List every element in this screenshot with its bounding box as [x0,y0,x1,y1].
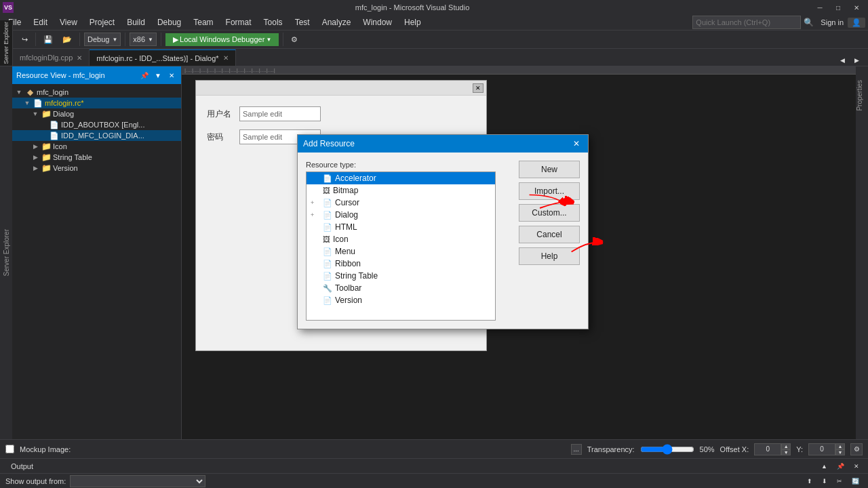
resource-item-icon[interactable]: 🖼 Icon [307,233,495,245]
panel-dropdown-button[interactable]: ▼ [153,70,163,81]
resource-item-version[interactable]: 📄 Version [307,294,495,306]
offset-y-up[interactable]: ▲ [835,443,845,449]
output-source-select[interactable] [70,475,205,487]
redo-button[interactable]: ↪ [18,33,31,46]
modal-title: Add Resource [303,139,570,148]
menu-view[interactable]: View [54,16,83,28]
mockup-checkbox[interactable] [5,445,14,453]
resource-item-html[interactable]: 📄 HTML [307,221,495,233]
file-icon-4: 📄 [49,131,60,140]
tree-item-dialog[interactable]: ▼ 📁 Dialog [12,108,181,119]
cancel-button[interactable]: Cancel [519,226,580,243]
tab-mfcloginrc[interactable]: mfclogin.rc - IDD_...States)] - Dialog* … [90,49,235,66]
project-icon: ◆ [24,87,35,97]
resource-item-accelerator[interactable]: 📄 Accelerator [307,172,495,184]
offset-y-input[interactable] [808,443,835,455]
restore-button[interactable]: □ [829,2,847,13]
open-button[interactable]: 📂 [59,33,75,46]
output-pin[interactable]: 📌 [833,461,848,472]
mockup-browse-button[interactable]: ... [571,444,582,455]
output-tab[interactable]: Output [5,461,39,472]
res-icon-3: 📄 [323,211,332,220]
output-tool-btn3[interactable]: ✂ [833,476,846,487]
panel-close-button[interactable]: ✕ [166,70,177,81]
output-tool-btn4[interactable]: 🔄 [848,476,863,487]
add-resource-dialog: Add Resource ✕ Resource type: 📄 Accelera… [297,134,589,329]
resource-item-dialog[interactable]: + 📄 Dialog [307,209,495,221]
menu-format[interactable]: Format [220,16,257,28]
menu-edit[interactable]: Edit [28,16,53,28]
debug-mode-arrow: ▼ [112,37,117,43]
tab-mfclogindlg[interactable]: mfcloginDlg.cpp ✕ [13,49,90,66]
modal-close-button[interactable]: ✕ [570,138,583,150]
folder-icon-string: 📁 [41,152,52,162]
tab-close-0[interactable]: ✕ [77,54,82,62]
start-debug-button[interactable]: ▶ Local Windows Debugger ▼ [165,33,279,46]
resource-item-bitmap[interactable]: 🖼 Bitmap [307,184,495,197]
server-explorer-tab: Server Explorer [0,20,13,66]
menu-window[interactable]: Window [357,16,397,28]
account-icon[interactable]: 👤 [848,18,865,28]
menu-help[interactable]: Help [399,16,427,28]
import-button[interactable]: Import... [519,182,580,200]
input-username[interactable] [239,106,321,121]
tree-item-string-table[interactable]: ▶ 📁 String Table [12,152,181,163]
resource-item-string-table[interactable]: 📄 String Table [307,270,495,282]
output-toolbar: Show output from: ⬆ ⬇ ✂ 🔄 [0,474,868,488]
tab-close-1[interactable]: ✕ [223,54,229,62]
resource-list[interactable]: 📄 Accelerator 🖼 Bitmap + 📄 Cursor [306,171,496,321]
resource-item-ribbon[interactable]: 📄 Ribbon [307,258,495,270]
help-button[interactable]: Help [519,247,580,265]
expand-icon-0: ▼ [15,89,23,96]
tree-item-mfcloginrc[interactable]: ▼ 📄 mfclogin.rc* [12,98,181,108]
output-close[interactable]: ✕ [850,461,863,472]
minimize-button[interactable]: ─ [811,2,829,13]
menu-test[interactable]: Test [290,16,315,28]
menu-tools[interactable]: Tools [258,16,288,28]
new-button[interactable]: New [519,161,580,178]
menu-analyze[interactable]: Analyze [317,16,357,28]
tab-label-0: mfcloginDlg.cpp [20,54,73,62]
resource-item-toolbar[interactable]: 🔧 Toolbar [307,282,495,294]
save-button[interactable]: 💾 [40,33,56,46]
tree-item-idd-aboutbox[interactable]: 📄 IDD_ABOUTBOX [Engl... [12,119,181,130]
platform-label: x86 [133,35,145,43]
properties-label: Properties [856,80,863,111]
output-move-up[interactable]: ▲ [818,461,831,472]
tree-item-idd-mfc-login[interactable]: 📄 IDD_MFC_LOGIN_DIA... [12,130,181,141]
offset-y-down[interactable]: ▼ [835,449,845,455]
menu-debug[interactable]: Debug [152,16,186,28]
tab-scroll-left[interactable]: ◀ [837,55,848,66]
offset-x-input[interactable] [754,443,781,455]
tab-scroll-right[interactable]: ▶ [851,55,863,66]
resource-item-cursor[interactable]: + 📄 Cursor [307,197,495,209]
resource-item-menu[interactable]: 📄 Menu [307,245,495,258]
tree-item-icon[interactable]: ▶ 📁 Icon [12,141,181,152]
offset-x-up[interactable]: ▲ [781,443,791,449]
menu-team[interactable]: Team [188,16,218,28]
offset-x-spin: ▲ ▼ [754,443,791,455]
debug-mode-dropdown[interactable]: Debug ▼ [84,33,121,46]
transparency-slider[interactable] [640,444,694,455]
menu-project[interactable]: Project [84,16,120,28]
res-expand-2: + [311,199,320,206]
resource-panel-header: Resource View - mfc_login 📌 ▼ ✕ [12,66,181,84]
folder-icon-icon: 📁 [41,142,52,151]
resource-type-label: Resource type: [306,161,512,169]
res-icon-6: 📄 [323,247,332,256]
tree-item-version[interactable]: ▶ 📁 Version [12,163,181,174]
dialog-preview-close[interactable]: ✕ [473,83,484,93]
menu-build[interactable]: Build [121,16,151,28]
offset-x-down[interactable]: ▼ [781,449,791,455]
custom-button[interactable]: Custom... [519,204,580,222]
toolbar-extra-btn[interactable]: ⚙ [288,33,301,46]
output-tool-btn1[interactable]: ⬆ [804,476,816,487]
panel-pin-button[interactable]: 📌 [139,70,150,81]
tree-item-mfc-login[interactable]: ▼ ◆ mfc_login [12,87,181,98]
mockup-settings-btn[interactable]: ⚙ [850,443,863,455]
output-tool-btn2[interactable]: ⬇ [818,476,831,487]
quick-launch-input[interactable] [692,16,801,29]
platform-dropdown[interactable]: x86 ▼ [130,33,157,46]
close-button[interactable]: ✕ [848,2,865,13]
sign-in-link[interactable]: Sign in [821,18,844,26]
